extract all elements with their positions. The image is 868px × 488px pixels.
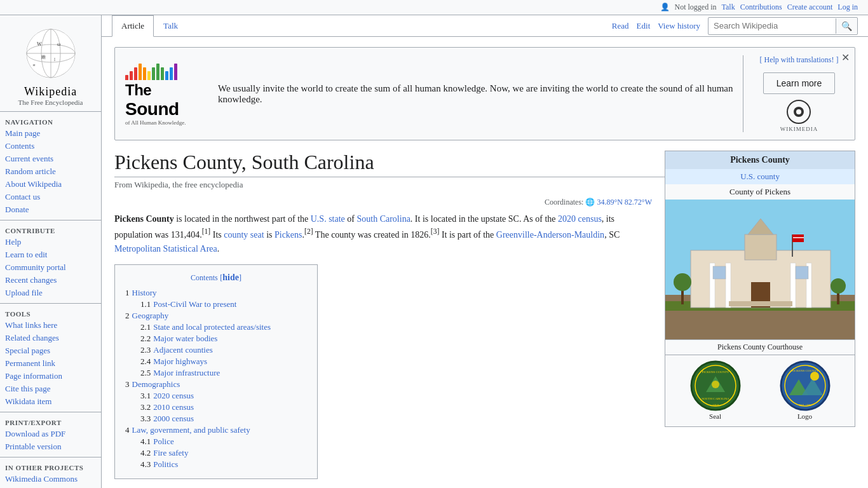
contents-link-water-bodies[interactable]: Major water bodies <box>153 334 217 343</box>
svg-rect-22 <box>745 234 776 260</box>
sidebar-item-download-pdf[interactable]: Download as PDF <box>0 428 101 440</box>
logo-caption: Logo <box>797 411 812 421</box>
sidebar-item-community-portal[interactable]: Community portal <box>0 261 101 274</box>
sidebar-item-learn-to-edit[interactable]: Learn to edit <box>0 248 101 261</box>
svg-point-31 <box>674 273 691 291</box>
south-carolina-link[interactable]: South Carolina <box>356 214 410 224</box>
contents-num: 2 <box>125 311 130 320</box>
banner-help-link[interactable]: [ Help with translations! ] <box>760 55 839 65</box>
tab-read[interactable]: Read <box>612 21 629 31</box>
sidebar-item-donate[interactable]: Donate <box>0 203 101 216</box>
contents-num: 3.1 <box>140 391 151 400</box>
msa-link[interactable]: Metropolitan Statistical Area <box>114 244 217 254</box>
sidebar-item-contact-us[interactable]: Contact us <box>0 191 101 203</box>
tab-article[interactable]: Article <box>112 15 154 37</box>
contents-link-census-2020[interactable]: 2020 census <box>153 391 194 400</box>
sidebar-item-current-events[interactable]: Current events <box>0 152 101 165</box>
contents-link-law-gov[interactable]: Law, government, and public safety <box>132 425 250 435</box>
contents-link-adjacent-counties[interactable]: Adjacent counties <box>153 345 213 355</box>
svg-text:PICKENS COUNTY: PICKENS COUNTY <box>702 370 729 374</box>
banner-text: We usually invite the world to create th… <box>218 83 735 105</box>
list-item: 2.1State and local protected areas/sites <box>125 322 307 332</box>
tab-view-history[interactable]: View history <box>658 21 700 31</box>
pickens-link[interactable]: Pickens <box>275 230 302 240</box>
sidebar-item-upload-file[interactable]: Upload file <box>0 287 101 299</box>
list-item: 2.5Major infrastructure <box>125 368 307 378</box>
contents-num: 3.3 <box>140 414 151 423</box>
list-item: 1.1Post-Civil War to present <box>125 299 307 309</box>
sidebar-item-help[interactable]: Help <box>0 236 101 248</box>
contents-link-police[interactable]: Police <box>153 437 174 446</box>
contents-link-protected-areas[interactable]: State and local protected areas/sites <box>153 322 271 332</box>
contents-num: 2.4 <box>140 356 151 366</box>
contents-link-politics[interactable]: Politics <box>153 459 178 469</box>
wiki-wordmark: Wikipedia <box>0 85 101 98</box>
learn-more-button[interactable]: Learn more <box>763 72 836 94</box>
contents-link-census-2010[interactable]: 2010 census <box>153 402 194 412</box>
sidebar-item-page-information[interactable]: Page information <box>0 370 101 383</box>
svg-point-48 <box>810 372 819 381</box>
contents-num: 2.3 <box>140 345 151 355</box>
courthouse-caption: Pickens County Courthouse <box>665 339 855 355</box>
sidebar-item-random-article[interactable]: Random article <box>0 165 101 178</box>
tab-edit[interactable]: Edit <box>637 21 651 31</box>
infobox-seals: PICKENS COUNTY SOUTH CAROLINA 1868 Seal <box>665 355 855 426</box>
sidebar-item-what-links-here[interactable]: What links here <box>0 319 101 332</box>
sidebar-item-main-page[interactable]: Main page <box>0 127 101 140</box>
contents-link-geography[interactable]: Geography <box>132 311 169 320</box>
search-input[interactable] <box>709 18 836 33</box>
sidebar-item-wikidata-item[interactable]: Wikidata item <box>0 395 101 408</box>
wikimedia-icon: WIKIMEDIA <box>780 99 818 132</box>
sidebar-item-about-wikipedia[interactable]: About Wikipedia <box>0 178 101 191</box>
contents-link-major-infrastructure[interactable]: Major infrastructure <box>153 368 220 377</box>
sound-text: TheSound <box>125 81 179 119</box>
print-section-title: Print/export <box>0 415 101 428</box>
infobox-subtitle-link[interactable]: U.S. county <box>740 172 780 181</box>
search-button[interactable]: 🔍 <box>836 18 857 34</box>
navigation-nav: Main page Contents Current events Random… <box>0 127 101 216</box>
tab-talk[interactable]: Talk <box>154 15 187 37</box>
contents-box: Contents [hide] 1History1.1Post-Civil Wa… <box>114 264 318 479</box>
print-nav: Download as PDF Printable version <box>0 428 101 453</box>
search-box: 🔍 <box>708 17 858 35</box>
contents-link-post-civil-war[interactable]: Post-Civil War to present <box>153 299 236 309</box>
banner-right: [ Help with translations! ] Learn more W… <box>743 55 844 132</box>
greenville-link[interactable]: Greenville-Anderson-Mauldin <box>496 230 604 240</box>
contents-link-census-2000[interactable]: 2000 census <box>153 414 194 423</box>
us-state-link[interactable]: U.S. state <box>311 214 345 224</box>
sidebar-item-contents[interactable]: Contents <box>0 140 101 152</box>
coordinates-value[interactable]: 34.89°N 82.72°W <box>597 198 652 207</box>
create-account-link[interactable]: Create account <box>787 3 833 12</box>
county-seat-link[interactable]: county seat <box>224 230 264 240</box>
sidebar-item-wikimedia-commons[interactable]: Wikimedia Commons <box>0 473 101 485</box>
sound-bar <box>143 67 146 80</box>
census-2020-link[interactable]: 2020 census <box>558 214 602 224</box>
sidebar-item-printable-version[interactable]: Printable version <box>0 440 101 453</box>
sound-bar <box>170 67 173 80</box>
sidebar-item-special-pages[interactable]: Special pages <box>0 344 101 357</box>
contents-num: 2.2 <box>140 334 151 343</box>
wiki-logo: W ω 維 𒀭 и <box>0 20 101 84</box>
sound-bar <box>174 64 177 80</box>
sidebar-item-recent-changes[interactable]: Recent changes <box>0 274 101 287</box>
infobox: Pickens County U.S. county County of Pic… <box>665 151 855 427</box>
contributions-link[interactable]: Contributions <box>740 3 782 12</box>
sidebar-item-related-changes[interactable]: Related changes <box>0 332 101 344</box>
sidebar-item-permanent-link[interactable]: Permanent link <box>0 357 101 370</box>
coordinates-label: Coordinates: <box>545 198 583 207</box>
svg-text:W: W <box>37 41 42 47</box>
talk-link[interactable]: Talk <box>722 3 735 12</box>
contents-hide-link[interactable]: hide <box>222 273 239 282</box>
projects-nav: Wikimedia Commons <box>0 473 101 485</box>
banner-close-button[interactable]: ✕ <box>841 53 850 63</box>
contents-num: 4.2 <box>140 448 151 458</box>
contents-link-history[interactable]: History <box>132 288 157 297</box>
svg-rect-26 <box>796 266 808 279</box>
contribute-nav: Help Learn to edit Community portal Rece… <box>0 236 101 299</box>
contents-link-demographics[interactable]: Demographics <box>132 379 180 389</box>
user-icon: 👤 <box>660 3 670 12</box>
contents-link-fire-safety[interactable]: Fire safety <box>153 448 188 458</box>
sidebar-item-cite-this-page[interactable]: Cite this page <box>0 383 101 395</box>
contents-link-major-highways[interactable]: Major highways <box>153 356 207 366</box>
log-in-link[interactable]: Log in <box>837 3 858 12</box>
